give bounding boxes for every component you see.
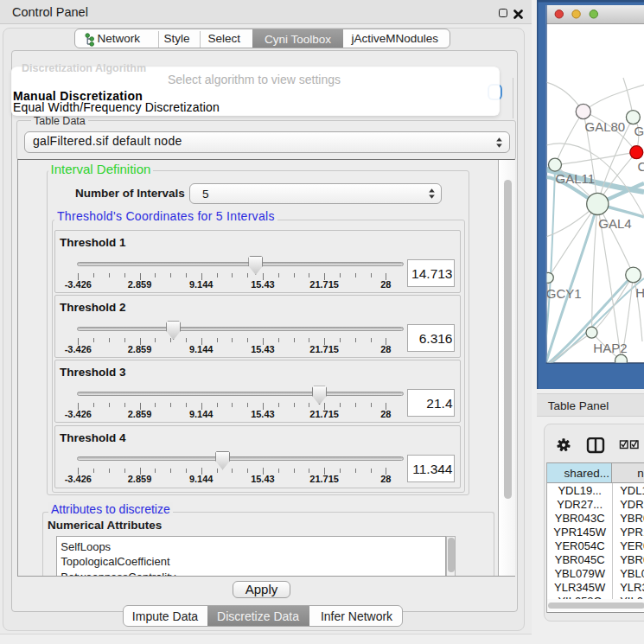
svg-text:HAP2: HAP2 [593,341,627,355]
svg-text:GCY1: GCY1 [546,286,582,301]
svg-text:C: C [638,159,644,174]
svg-text:GAL80: GAL80 [585,119,626,134]
svg-text:GA: GA [634,124,644,138]
svg-text:GAL11: GAL11 [556,171,596,186]
svg-text:GAL4: GAL4 [598,216,631,231]
svg-text:H: H [635,285,644,300]
